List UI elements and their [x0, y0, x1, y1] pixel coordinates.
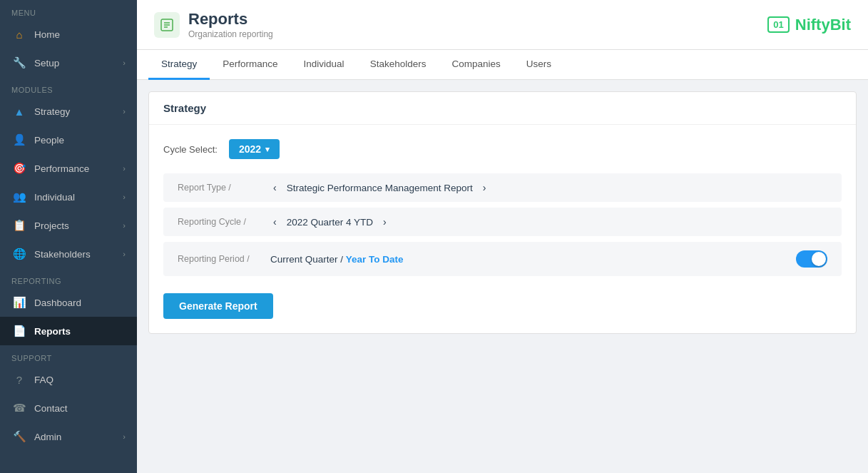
sidebar-item-dashboard-label: Dashboard	[34, 297, 81, 308]
faq-icon: ?	[11, 372, 27, 387]
sidebar-item-people-label: People	[34, 135, 64, 146]
home-icon: ⌂	[11, 26, 27, 42]
header-page-icon	[154, 12, 180, 38]
wrench-icon: 🔧	[11, 55, 27, 71]
report-type-value: Strategic Performance Management Report	[287, 183, 473, 193]
reporting-label: Reporting	[0, 268, 137, 288]
cycle-value: 2022	[239, 143, 261, 155]
menu-label: Menu	[0, 0, 137, 20]
page-content: Strategy Cycle Select: 2022 ▾ Report Typ…	[137, 80, 868, 473]
performance-icon: 🎯	[11, 161, 27, 176]
strategy-card: Strategy Cycle Select: 2022 ▾ Report Typ…	[148, 91, 857, 334]
period-current: Current Quarter /	[270, 254, 343, 265]
reporting-period-toggle-wrapper: Current Quarter / Year To Date	[270, 250, 827, 268]
reporting-cycle-prev-arrow[interactable]: ‹	[270, 216, 280, 228]
chevron-right-icon: ›	[123, 59, 126, 67]
sidebar-item-admin-label: Admin	[34, 432, 61, 442]
sidebar-item-reports[interactable]: 📄 Reports	[0, 317, 137, 345]
sidebar-item-projects-label: Projects	[34, 220, 69, 231]
page-subtitle: Organization reporting	[188, 29, 273, 39]
stakeholders-icon: 🌐	[11, 246, 27, 262]
reporting-cycle-value: 2022 Quarter 4 YTD	[287, 217, 373, 228]
support-label: Support	[0, 345, 137, 365]
toggle-thumb	[812, 252, 826, 266]
dropdown-arrow-icon: ▾	[265, 145, 270, 154]
sidebar-item-setup[interactable]: 🔧 Setup ›	[0, 49, 137, 77]
sidebar-item-strategy[interactable]: ▲ Strategy ›	[0, 97, 137, 126]
modules-label: Modules	[0, 77, 137, 97]
logo: 01 NiftyBit	[767, 16, 851, 34]
chevron-right-icon-stake: ›	[123, 250, 126, 258]
tab-individual[interactable]: Individual	[291, 50, 357, 80]
chevron-right-icon-strategy: ›	[123, 107, 126, 116]
people-icon: 👤	[11, 132, 27, 148]
header-left: Reports Organization reporting	[154, 10, 273, 39]
page-header: Reports Organization reporting 01 NiftyB…	[137, 0, 868, 50]
logo-name: NiftyBit	[795, 16, 851, 34]
sidebar-item-faq-label: FAQ	[34, 375, 53, 385]
sidebar-item-performance-label: Performance	[34, 163, 89, 174]
sidebar-item-contact-label: Contact	[34, 403, 68, 414]
sidebar-item-projects[interactable]: 📋 Projects ›	[0, 211, 137, 240]
individual-icon: 👥	[11, 189, 27, 205]
period-ytd: Year To Date	[346, 254, 404, 265]
chevron-right-icon-admin: ›	[123, 432, 126, 441]
chevron-right-icon-perf: ›	[123, 164, 126, 173]
reporting-cycle-row: Reporting Cycle / ‹ 2022 Quarter 4 YTD ›	[163, 208, 842, 236]
cycle-select-button[interactable]: 2022 ▾	[229, 139, 280, 159]
sidebar-item-contact[interactable]: ☎ Contact	[0, 394, 137, 422]
reports-icon: 📄	[11, 323, 27, 339]
strategy-icon: ▲	[11, 103, 27, 119]
sidebar-item-performance[interactable]: 🎯 Performance ›	[0, 154, 137, 183]
sidebar-item-home[interactable]: ⌂ Home	[0, 20, 137, 49]
projects-icon: 📋	[11, 218, 27, 233]
header-title-group: Reports Organization reporting	[188, 10, 273, 39]
card-body: Cycle Select: 2022 ▾ Report Type / ‹ Str…	[149, 125, 856, 333]
cycle-label: Cycle Select:	[163, 144, 218, 155]
cycle-select-row: Cycle Select: 2022 ▾	[163, 139, 842, 159]
tab-users[interactable]: Users	[514, 50, 564, 80]
report-type-row: Report Type / ‹ Strategic Performance Ma…	[163, 173, 842, 202]
sidebar-item-setup-label: Setup	[34, 58, 59, 68]
report-type-label: Report Type /	[178, 183, 270, 193]
dashboard-icon: 📊	[11, 295, 27, 310]
tab-companies[interactable]: Companies	[439, 50, 513, 80]
logo-box: 01	[767, 16, 789, 33]
sidebar: Menu ⌂ Home 🔧 Setup › Modules ▲ Strategy…	[0, 0, 137, 473]
sidebar-item-people[interactable]: 👤 People	[0, 126, 137, 154]
sidebar-item-strategy-label: Strategy	[34, 106, 70, 117]
tab-performance[interactable]: Performance	[210, 50, 290, 80]
report-type-next-arrow[interactable]: ›	[480, 182, 489, 193]
report-type-prev-arrow[interactable]: ‹	[270, 182, 280, 193]
sidebar-item-individual-label: Individual	[34, 192, 75, 203]
reporting-cycle-label: Reporting Cycle /	[178, 217, 270, 227]
sidebar-item-home-label: Home	[34, 29, 60, 40]
sidebar-item-reports-label: Reports	[34, 326, 71, 337]
reporting-period-label: Reporting Period /	[178, 254, 270, 264]
sidebar-item-stakeholders-label: Stakeholders	[34, 249, 91, 260]
sidebar-item-admin[interactable]: 🔨 Admin ›	[0, 422, 137, 451]
reporting-cycle-value-group: ‹ 2022 Quarter 4 YTD ›	[270, 216, 389, 228]
sidebar-item-stakeholders[interactable]: 🌐 Stakeholders ›	[0, 240, 137, 268]
chevron-right-icon-proj: ›	[123, 221, 126, 230]
period-toggle[interactable]	[796, 250, 827, 268]
chevron-right-icon-ind: ›	[123, 193, 126, 201]
reporting-cycle-next-arrow[interactable]: ›	[380, 216, 389, 228]
admin-icon: 🔨	[11, 429, 27, 444]
tab-stakeholders[interactable]: Stakeholders	[357, 50, 439, 80]
reporting-period-row: Reporting Period / Current Quarter / Yea…	[163, 242, 842, 276]
sidebar-item-faq[interactable]: ? FAQ	[0, 365, 137, 394]
page-title: Reports	[188, 10, 273, 29]
card-title: Strategy	[149, 92, 856, 125]
main-content: Reports Organization reporting 01 NiftyB…	[137, 0, 868, 473]
sidebar-item-individual[interactable]: 👥 Individual ›	[0, 183, 137, 211]
generate-report-button[interactable]: Generate Report	[163, 293, 273, 319]
tab-strategy[interactable]: Strategy	[148, 50, 210, 80]
report-type-value-group: ‹ Strategic Performance Management Repor…	[270, 182, 489, 193]
sidebar-item-dashboard[interactable]: 📊 Dashboard	[0, 288, 137, 317]
tabs-bar: Strategy Performance Individual Stakehol…	[137, 50, 868, 80]
contact-icon: ☎	[11, 400, 27, 416]
period-text: Current Quarter / Year To Date	[270, 254, 404, 265]
